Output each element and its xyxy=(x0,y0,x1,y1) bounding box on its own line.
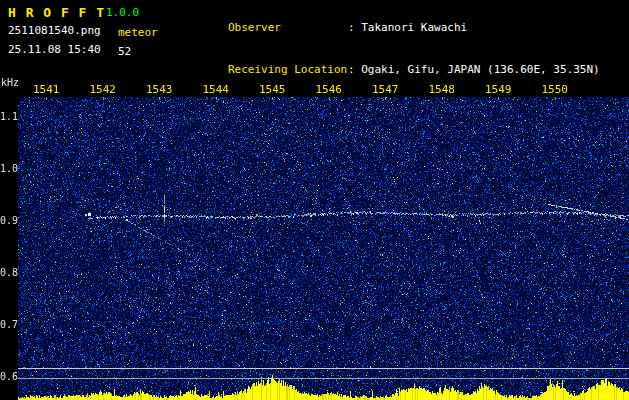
khz-unit-label: kHz xyxy=(1,77,19,88)
time-label: 1544 xyxy=(188,83,245,96)
info-row-observer: Observer: Takanori Kawachi xyxy=(175,7,600,49)
freq-label: 0.8 xyxy=(0,267,16,278)
freq-label: 1.0 xyxy=(0,163,16,174)
freq-label: 1.1 xyxy=(0,111,16,122)
app-title: H R O F F T xyxy=(8,5,105,20)
time-label: 1541 xyxy=(18,83,75,96)
datetime-label: 25.11.08 15:40 xyxy=(8,43,101,56)
time-label: 1543 xyxy=(131,83,188,96)
spectrogram-canvas xyxy=(0,75,629,400)
freq-label: 0.7 xyxy=(0,319,16,330)
time-axis: 1541 1542 1543 1544 1545 1546 1547 1548 … xyxy=(18,83,629,96)
app-version: 1.0.0 xyxy=(106,6,139,19)
time-label: 1542 xyxy=(75,83,132,96)
filename-label: 2511081540.png xyxy=(8,24,101,37)
info-value: : Takanori Kawachi xyxy=(348,21,467,34)
hrofft-window: H R O F F T 1.0.0 2511081540.png meteor … xyxy=(0,0,629,400)
freq-label: 0.9 xyxy=(0,215,16,226)
time-label: 1547 xyxy=(357,83,414,96)
time-label: 1550 xyxy=(527,83,584,96)
echo-count: 52 xyxy=(118,45,131,58)
freq-label: 0.6 xyxy=(0,371,16,382)
time-label: 1545 xyxy=(244,83,301,96)
time-label: 1546 xyxy=(301,83,358,96)
info-label: Observer xyxy=(228,21,348,35)
time-label: 1549 xyxy=(470,83,527,96)
time-label: 1548 xyxy=(414,83,471,96)
mode-label: meteor xyxy=(118,26,158,39)
